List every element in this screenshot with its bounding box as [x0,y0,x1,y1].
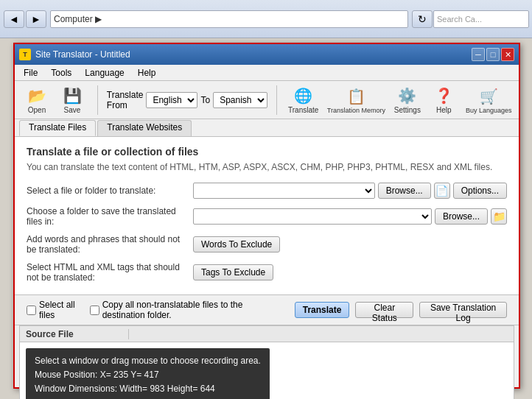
action-bar: Select all files Copy all non-translatab… [15,294,519,325]
nav-forward-btn[interactable]: ► [26,10,46,28]
save-icon: 💾 [60,85,84,106]
words-to-exclude-btn[interactable]: Words To Exclude [193,236,280,253]
menu-bar: File Tools Language Help [15,65,519,81]
open-label: Open [28,106,46,114]
translate-action-btn[interactable]: Translate [295,302,350,318]
minimize-btn[interactable]: ─ [472,48,485,61]
folder-icon-btn[interactable]: 📁 [491,208,507,225]
restore-btn[interactable]: □ [486,48,500,61]
clear-status-btn[interactable]: Clear Status [355,302,413,318]
to-label: To [200,95,210,105]
tooltip-line1: Select a window or drag mouse to choose … [35,354,261,368]
open-button[interactable]: 📂 Open [21,84,53,116]
folder-select-label: Choose a folder to save the translated f… [27,206,189,227]
settings-label: Settings [394,106,421,114]
file-list-body: Select a window or drag mouse to choose … [20,342,514,399]
translate-from-label: Translate From [107,90,144,110]
file-select-combo[interactable] [193,183,375,199]
col-source-file: Source File [26,329,129,339]
tooltip-line2: Mouse Position: X= 235 Y= 417 [35,368,261,382]
copy-checkbox[interactable] [90,306,99,315]
select-all-label: Select all files [27,300,84,320]
tab-translate-websites[interactable]: Translate Websites [97,120,192,136]
buy-languages-button[interactable]: 🛒 Buy Languages [464,85,513,116]
settings-button[interactable]: ⚙️ Settings [391,84,423,116]
app-icon: T [19,49,31,60]
app-title: Site Translator - Untitled [35,49,130,60]
translation-memory-button[interactable]: 📋 Translation Memory [326,85,385,116]
language-group: Translate From English To Spanish [107,90,267,110]
menu-file[interactable]: File [18,66,43,80]
words-exclude-row: Add words and phrases that should not be… [27,234,507,255]
file-list-header: Source File [20,326,514,342]
content-area: Translate a file or collection of files … [15,137,519,294]
file-select-group: Browse... 📄 Options... [193,183,507,199]
folder-select-combo[interactable] [193,208,432,225]
refresh-btn[interactable]: ↻ [412,10,433,28]
select-all-checkbox[interactable] [27,306,36,315]
open-save-group: 📂 Open 💾 Save [21,84,88,116]
browse-folder-btn[interactable]: Browse... [435,208,488,225]
section-desc: You can translate the text content of HT… [27,162,507,172]
help-button[interactable]: ❓ Help [429,84,458,116]
copy-label: Copy all non-translatable files to the d… [90,300,283,320]
file-select-row: Select a file or folder to translate: Br… [27,183,507,199]
address-text: Computer ▶ [54,14,102,24]
options-btn[interactable]: Options... [453,183,507,199]
tooltip-overlay: Select a window or drag mouse to choose … [26,348,270,399]
title-bar: T Site Translator - Untitled ─ □ ✕ [15,44,519,65]
file-list-area: Source File Select a window or drag mous… [19,325,514,399]
menu-tools[interactable]: Tools [45,66,77,80]
tab-translate-files[interactable]: Translate Files [19,120,96,136]
file-select-label: Select a file or folder to translate: [27,186,189,196]
translate-label: Translate [288,106,318,114]
address-bar[interactable]: Computer ▶ [50,10,408,28]
to-language-select[interactable]: Spanish [213,92,267,108]
toolbar: 📂 Open 💾 Save Translate From English To … [15,81,519,119]
tab-bar: Translate Files Translate Websites [15,119,519,137]
tooltip-line3: Window Dimensions: Width= 983 Height= 64… [35,382,261,396]
close-btn[interactable]: ✕ [501,48,514,61]
tags-to-exclude-btn[interactable]: Tags To Exclude [193,264,273,280]
tags-exclude-group: Tags To Exclude [193,264,507,280]
translation-memory-label: Translation Memory [327,107,385,114]
words-exclude-group: Words To Exclude [193,236,507,253]
buy-languages-label: Buy Languages [466,107,512,114]
words-exclude-label: Add words and phrases that should not be… [27,234,189,255]
translation-memory-icon: 📋 [344,86,368,107]
menu-language[interactable]: Language [79,66,130,80]
separator-2 [276,85,277,115]
folder-select-group: Browse... 📁 [193,208,507,225]
search-bar[interactable]: Search Ca... [433,10,529,28]
buy-languages-icon: 🛒 [477,86,500,107]
translate-icon: 🌐 [292,85,315,106]
separator-1 [97,85,98,115]
open-icon: 📂 [25,85,49,106]
section-title: Translate a file or collection of files [27,146,507,158]
tags-exclude-label: Select HTML and XML tags that should not… [27,262,189,283]
help-icon: ❓ [432,85,455,106]
search-placeholder: Search Ca... [437,15,482,24]
title-controls: ─ □ ✕ [472,48,514,61]
browse-file-btn[interactable]: Browse... [378,183,431,199]
save-log-btn[interactable]: Save Translation Log [419,302,507,318]
save-button[interactable]: 💾 Save [56,84,88,116]
help-label: Help [436,106,452,114]
from-language-select[interactable]: English [146,92,197,108]
app-window: T Site Translator - Untitled ─ □ ✕ File … [13,43,520,389]
nav-back-btn[interactable]: ◄ [4,10,24,28]
translate-button[interactable]: 🌐 Translate [286,84,321,116]
save-label: Save [64,106,81,114]
folder-select-row: Choose a folder to save the translated f… [27,206,507,227]
menu-help[interactable]: Help [132,66,162,80]
file-icon-btn[interactable]: 📄 [434,183,450,199]
tags-exclude-row: Select HTML and XML tags that should not… [27,262,507,283]
settings-icon: ⚙️ [396,85,419,106]
os-top-bar: ◄ ► Computer ▶ ↻ Search Ca... [0,0,532,38]
